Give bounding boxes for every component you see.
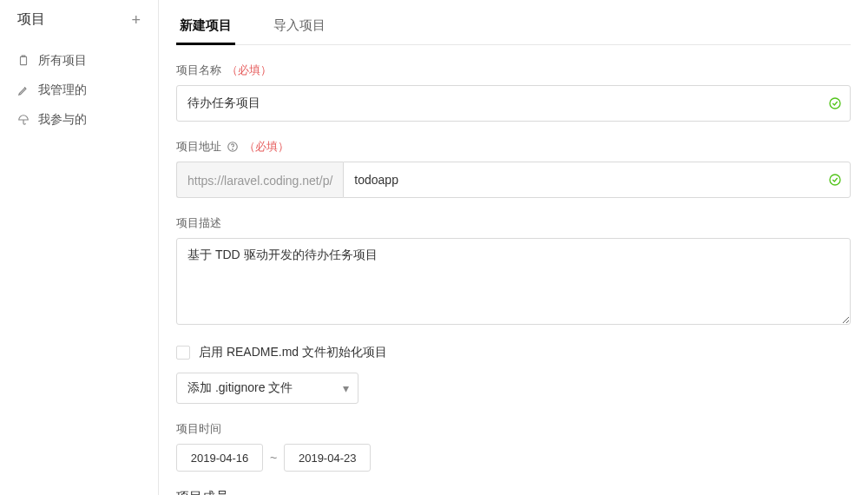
sidebar-item-label: 我管理的 — [38, 82, 87, 98]
svg-rect-0 — [21, 56, 27, 64]
valid-check-icon — [828, 96, 842, 110]
sidebar-item-participated[interactable]: 我参与的 — [0, 105, 158, 135]
tabs: 新建项目 导入项目 — [176, 0, 851, 45]
umbrella-icon — [17, 114, 30, 126]
sidebar-item-label: 我参与的 — [38, 112, 87, 128]
sidebar-items: 所有项目 我管理的 我参与的 — [0, 41, 158, 140]
date-range-separator: ~ — [270, 451, 277, 465]
readme-checkbox-row: 启用 README.md 文件初始化项目 — [176, 345, 851, 360]
project-description-label: 项目描述 — [176, 215, 851, 231]
sidebar-item-managed[interactable]: 我管理的 — [0, 76, 158, 105]
sidebar-title: 项目 — [17, 10, 45, 29]
clipboard-icon — [17, 55, 30, 67]
sidebar: 项目 + 所有项目 我管理的 我参与的 — [0, 0, 159, 495]
readme-label: 启用 README.md 文件初始化项目 — [199, 345, 387, 360]
gitignore-select[interactable]: 添加 .gitignore 文件 ▾ — [176, 373, 358, 404]
date-end-input[interactable] — [284, 444, 371, 472]
edit-icon — [17, 84, 30, 96]
tab-import-project[interactable]: 导入项目 — [270, 9, 329, 44]
tab-new-project[interactable]: 新建项目 — [176, 9, 235, 44]
caret-down-icon: ▾ — [343, 381, 349, 395]
help-icon[interactable] — [227, 141, 239, 153]
sidebar-header: 项目 + — [0, 10, 158, 41]
address-prefix: https://laravel.coding.net/p/ — [176, 162, 343, 198]
main-content: 新建项目 导入项目 项目名称 （必填） 项目地址 （必填） — [159, 0, 868, 495]
sidebar-item-label: 所有项目 — [38, 53, 87, 69]
readme-checkbox[interactable] — [176, 346, 190, 360]
svg-point-4 — [830, 175, 840, 185]
project-name-label: 项目名称 （必填） — [176, 63, 851, 78]
valid-check-icon — [828, 173, 842, 187]
project-description-input[interactable] — [176, 238, 851, 325]
svg-point-1 — [830, 98, 840, 109]
field-project-description: 项目描述 — [176, 215, 851, 327]
sidebar-item-all-projects[interactable]: 所有项目 — [0, 46, 158, 76]
project-address-input[interactable] — [343, 162, 851, 198]
field-project-name: 项目名称 （必填） — [176, 63, 851, 122]
svg-point-3 — [233, 149, 233, 150]
project-members-label: 项目成员 — [176, 489, 851, 495]
field-project-address: 项目地址 （必填） https://laravel.coding.net/p/ — [176, 139, 851, 198]
project-name-input[interactable] — [176, 85, 851, 122]
date-start-input[interactable] — [176, 444, 263, 472]
project-time-label: 项目时间 — [176, 421, 851, 437]
project-address-label: 项目地址 （必填） — [176, 139, 851, 155]
field-project-time: 项目时间 ~ — [176, 421, 851, 472]
gitignore-select-label: 添加 .gitignore 文件 — [187, 380, 293, 396]
add-project-icon[interactable]: + — [131, 12, 141, 28]
